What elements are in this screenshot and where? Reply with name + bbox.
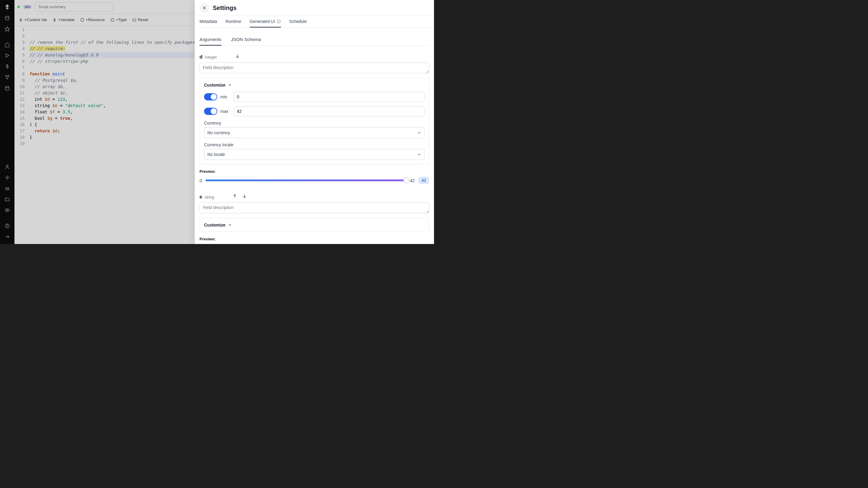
customize-e-label: Customize	[204, 223, 225, 227]
slider-min: 0	[199, 178, 202, 183]
settings-panel: Settings Metadata Runtime Generated UI S…	[195, 0, 434, 244]
logo-icon[interactable]	[2, 2, 12, 12]
play-icon[interactable]	[2, 51, 12, 60]
svg-rect-8	[5, 87, 9, 90]
arg-d-move-down[interactable]	[235, 53, 241, 60]
tab-generated-ui[interactable]: Generated UI	[250, 16, 281, 27]
customize-label: Customize	[204, 83, 225, 87]
close-icon	[202, 5, 207, 10]
folder-icon[interactable]	[2, 195, 12, 204]
context-var-label: +Context Var	[24, 18, 47, 22]
arg-d-description-input[interactable]	[199, 62, 429, 73]
arg-e-description-input[interactable]	[199, 202, 429, 213]
arg-e-move-up[interactable]	[232, 193, 238, 200]
tab-schedule[interactable]: Schedule	[289, 16, 307, 27]
chevron-down-icon	[417, 131, 421, 135]
argument-d-head: d integer	[199, 53, 429, 60]
arg-e-preview-label: Preview:	[199, 237, 429, 241]
line-gutter: 12345678910111213141516171819	[14, 26, 27, 244]
context-var-button[interactable]: +Context Var	[19, 18, 47, 22]
chevron-up-icon	[228, 83, 232, 87]
max-row: max	[204, 106, 425, 116]
preview-slider: 0 42 42	[199, 177, 429, 184]
tab-generated-ui-label: Generated UI	[250, 19, 275, 24]
slider-thumb[interactable]	[403, 177, 409, 183]
arg-d-type: integer	[205, 55, 217, 59]
max-toggle[interactable]	[204, 108, 217, 115]
arg-d-customize-toggle[interactable]: Customize	[204, 83, 425, 87]
arg-e-customize-toggle[interactable]: Customize	[204, 223, 425, 227]
panel-tabs: Metadata Runtime Generated UI Schedule	[195, 16, 434, 28]
info-icon	[277, 19, 281, 24]
sub-tabs: Arguments JSON Schema	[199, 34, 429, 46]
arrow-down-icon	[242, 194, 247, 198]
sub-tab-json-schema[interactable]: JSON Schema	[231, 34, 261, 46]
svg-point-5	[5, 76, 7, 77]
svg-point-14	[8, 189, 8, 189]
lang-badge: php	[23, 4, 32, 9]
arg-d-preview-label: Preview:	[199, 169, 429, 174]
svg-point-15	[7, 210, 8, 211]
svg-point-6	[8, 76, 9, 77]
chevron-down-icon	[228, 223, 232, 227]
locale-label: Currency locale	[204, 142, 425, 147]
min-toggle[interactable]	[204, 93, 217, 101]
chevron-down-icon	[417, 152, 421, 156]
sub-tab-arguments[interactable]: Arguments	[199, 34, 221, 46]
svg-point-11	[7, 177, 8, 178]
svg-marker-3	[6, 54, 9, 57]
help-icon[interactable]	[2, 221, 12, 231]
svg-point-10	[6, 165, 8, 167]
arg-d-name: d	[199, 54, 203, 60]
min-row: min	[204, 92, 425, 102]
calendar-icon[interactable]	[2, 83, 12, 93]
workspace-icon[interactable]	[2, 13, 12, 23]
arg-e-type: string	[205, 195, 214, 199]
nav-sidebar	[0, 0, 14, 244]
variable-button[interactable]: +Variable	[53, 18, 74, 22]
min-label: min	[220, 94, 230, 99]
close-button[interactable]	[199, 3, 209, 13]
svg-point-13	[6, 189, 7, 189]
tab-runtime[interactable]: Runtime	[225, 16, 241, 27]
tab-metadata[interactable]: Metadata	[199, 16, 217, 27]
argument-e-head: e string	[199, 193, 429, 200]
status-dot-icon	[18, 6, 20, 8]
min-input[interactable]	[234, 92, 425, 102]
variable-label: +Variable	[58, 18, 74, 22]
user-icon[interactable]	[2, 162, 12, 172]
currency-label: Currency	[204, 121, 425, 125]
arg-d-customize-box: Customize min max Currency	[199, 78, 429, 164]
svg-marker-2	[5, 27, 10, 31]
home-icon[interactable]	[2, 40, 12, 50]
max-input[interactable]	[234, 106, 425, 116]
star-icon[interactable]	[2, 24, 12, 34]
slider-track[interactable]	[206, 179, 406, 181]
locale-select[interactable]: No locale	[204, 149, 425, 160]
summary-input[interactable]	[35, 2, 113, 11]
reset-button[interactable]: Reset	[132, 18, 148, 22]
arg-e-name: e	[199, 194, 202, 200]
arrow-down-icon	[235, 54, 240, 58]
currency-select[interactable]: No currency	[204, 127, 425, 138]
arg-e-move-down[interactable]	[241, 193, 247, 200]
resource-button[interactable]: +Resource	[80, 18, 105, 22]
bot-icon[interactable]	[2, 184, 12, 193]
expand-icon[interactable]	[2, 232, 12, 241]
max-label: max	[220, 109, 230, 114]
dollar-icon[interactable]	[2, 61, 12, 71]
gear-icon[interactable]	[2, 173, 12, 182]
type-label: +Type	[116, 18, 127, 22]
reset-label: Reset	[138, 18, 148, 22]
svg-point-7	[7, 78, 8, 79]
argument-d-block: d integer Customize min	[199, 53, 429, 184]
cubes-icon[interactable]	[2, 73, 12, 82]
arrow-up-icon	[232, 194, 237, 198]
currency-value: No currency	[207, 130, 230, 135]
slider-max: 42	[410, 178, 415, 183]
eye-icon[interactable]	[2, 205, 12, 215]
argument-e-block: e string Customize	[199, 193, 429, 244]
svg-rect-0	[5, 16, 9, 20]
slider-value-badge: 42	[418, 177, 429, 184]
type-button[interactable]: +Type	[110, 18, 127, 22]
